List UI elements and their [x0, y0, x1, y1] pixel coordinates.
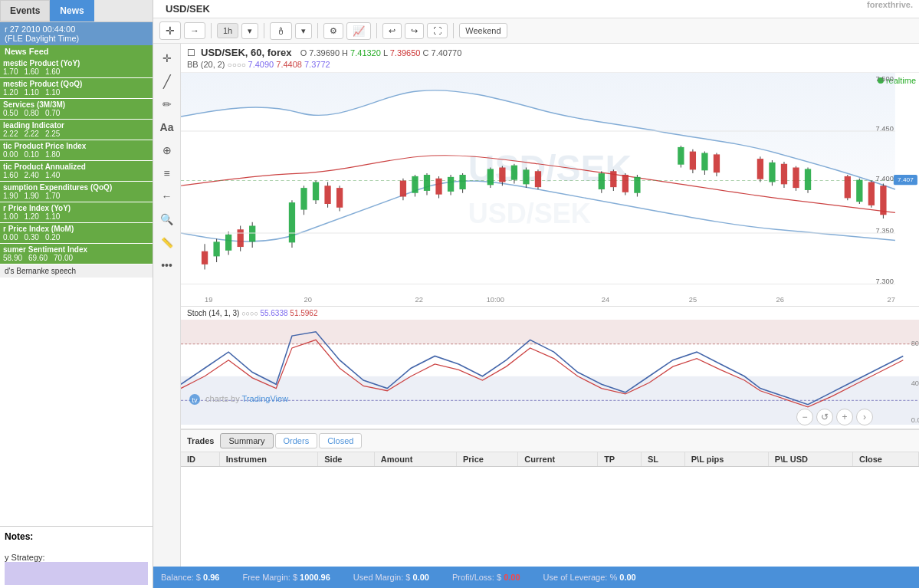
chart-type-btn[interactable]: 🕯: [270, 22, 292, 40]
strategy-section: y Strategy:: [0, 550, 153, 588]
text-tool[interactable]: Aa: [156, 117, 178, 137]
svg-rect-38: [511, 166, 517, 180]
list-item[interactable]: tic Product Annualized 1.602.401.40: [0, 161, 153, 181]
svg-rect-26: [424, 175, 430, 191]
list-item[interactable]: r Price Index (MoM) 0.000.300.20: [0, 223, 153, 243]
tradingview-link[interactable]: TradingView: [242, 394, 289, 403]
stoch-chart-area[interactable]: Stoch (14, 1, 3) ○○○○ 55.6338 51.5962: [181, 306, 919, 429]
col-instrument: Instrumen: [219, 452, 317, 467]
bb-label: BB (20, 2): [187, 60, 225, 69]
svg-rect-8: [238, 229, 244, 247]
strategy-input[interactable]: [5, 562, 148, 585]
col-tp: TP: [598, 452, 642, 467]
bb-v3: 7.3772: [304, 60, 330, 69]
crosshair-tool[interactable]: ✛: [159, 21, 181, 40]
strategy-label: y Strategy:: [5, 553, 148, 562]
col-pl-usd: P\L USD: [768, 452, 852, 467]
svg-rect-58: [714, 154, 720, 172]
news-feed-label: News Feed: [0, 45, 153, 57]
svg-rect-44: [599, 173, 605, 189]
chart-attribution: tv charts by TradingView: [189, 393, 288, 406]
col-price: Price: [456, 452, 517, 467]
svg-rect-42: [535, 171, 541, 187]
toolbar-sep4: [376, 23, 377, 38]
undo-btn[interactable]: ↩: [382, 23, 402, 39]
balance-value: 0.96: [203, 573, 219, 582]
svg-rect-54: [690, 152, 696, 170]
balance-label: Balance: $: [161, 573, 201, 582]
sidebar-tab-events[interactable]: Events: [0, 0, 50, 21]
timeframe-btn[interactable]: 1h: [217, 23, 238, 38]
col-current: Current: [518, 452, 598, 467]
tab-orders[interactable]: Orders: [275, 433, 318, 448]
fullscreen-btn[interactable]: ⛶: [427, 23, 448, 38]
hline-tool[interactable]: ≡: [156, 163, 178, 183]
leverage-value: 0.00: [619, 573, 635, 582]
ohlc-c-label: C: [423, 48, 429, 57]
pl-item: Profit/Loss: $ 0.00: [452, 573, 520, 582]
candlestick-chart-area[interactable]: USD/SEKUSD/SEK realtime: [181, 73, 919, 306]
tab-summary[interactable]: Summary: [220, 433, 273, 448]
svg-rect-28: [435, 179, 441, 195]
svg-rect-70: [845, 176, 851, 199]
svg-rect-10: [249, 226, 255, 242]
scroll-right-btn[interactable]: ›: [856, 409, 873, 425]
svg-rect-14: [300, 188, 307, 210]
ruler-tool[interactable]: 📏: [156, 232, 178, 252]
list-item[interactable]: sumer Sentiment Index 58.9069.6070.00: [0, 244, 153, 264]
arrow-tool[interactable]: →: [184, 22, 205, 39]
indicators-btn[interactable]: 📈: [346, 22, 371, 40]
svg-rect-74: [868, 182, 875, 205]
svg-text:20: 20: [304, 297, 312, 304]
pen-tool[interactable]: ✏: [156, 94, 178, 114]
zoom-tool[interactable]: 🔍: [156, 209, 178, 229]
list-item[interactable]: mestic Product (QoQ) 1.201.101.10: [0, 78, 153, 98]
pattern-tool[interactable]: ⊕: [156, 140, 178, 160]
svg-rect-2: [202, 251, 208, 264]
notes-label: Notes:: [5, 531, 148, 542]
svg-rect-12: [289, 202, 295, 242]
zoom-in-btn[interactable]: +: [836, 409, 853, 425]
reset-zoom-btn[interactable]: ↺: [816, 409, 833, 425]
attribution-text: charts by: [205, 394, 240, 403]
list-item[interactable]: mestic Product (YoY) 1.701.601.60: [0, 57, 153, 77]
settings-btn[interactable]: ⚙: [323, 23, 343, 39]
cursor-tool[interactable]: ✛: [156, 48, 178, 68]
stoch-v2: 51.5962: [290, 309, 317, 317]
list-item[interactable]: sumption Expenditures (QoQ) 1.901.901.70: [0, 182, 153, 202]
zoom-out-btn[interactable]: −: [796, 409, 813, 425]
chart-symbol: USD/SEK: [166, 3, 210, 15]
svg-text:80.000: 80.000: [911, 339, 919, 347]
tab-closed[interactable]: Closed: [319, 433, 362, 448]
more-tool[interactable]: •••: [156, 255, 178, 275]
weekend-btn[interactable]: Weekend: [459, 23, 507, 38]
svg-text:7.450: 7.450: [876, 125, 894, 133]
chart-symbol-bar: USD/SEK forexthrive.: [153, 0, 919, 18]
arrow-left-tool[interactable]: ←: [156, 186, 178, 206]
bb-v1: 7.4090: [248, 60, 274, 69]
line-tool[interactable]: ╱: [156, 71, 178, 91]
svg-text:27: 27: [888, 297, 895, 304]
used-margin-item: Used Margin: $ 0.00: [353, 573, 429, 582]
svg-text:0.000: 0.000: [911, 416, 919, 424]
pl-value: 0.00: [504, 573, 520, 582]
free-margin-label: Free Margin: $: [242, 573, 297, 582]
drawing-tools: ✛ ╱ ✏ Aa ⊕ ≡ ← 🔍 📏 •••: [153, 44, 181, 567]
chart-type-dropdown[interactable]: ▾: [295, 23, 312, 39]
list-item[interactable]: leading Indicator 2.222.222.25: [0, 120, 153, 140]
ohlc-h-val: 7.41320: [350, 48, 381, 57]
list-item[interactable]: r Price Index (YoY) 1.001.201.10: [0, 202, 153, 222]
trades-panel: Trades Summary Orders Closed ID Instrume…: [181, 429, 919, 567]
sidebar-tab-news[interactable]: News: [50, 0, 94, 21]
leverage-item: Use of Leverage: % 0.00: [543, 573, 636, 582]
list-item[interactable]: Services (3M/3M) 0.500.800.70: [0, 99, 153, 119]
svg-rect-4: [213, 241, 219, 256]
list-item[interactable]: tic Product Price Index 0.000.101.80: [0, 140, 153, 160]
svg-rect-56: [701, 153, 707, 171]
svg-text:7.350: 7.350: [876, 227, 894, 235]
bernanke-item[interactable]: d's Bernanke speech: [0, 264, 153, 278]
svg-rect-20: [336, 188, 343, 208]
redo-btn[interactable]: ↪: [405, 23, 424, 39]
svg-text:19: 19: [205, 297, 212, 304]
timeframe-dropdown[interactable]: ▾: [241, 23, 258, 39]
